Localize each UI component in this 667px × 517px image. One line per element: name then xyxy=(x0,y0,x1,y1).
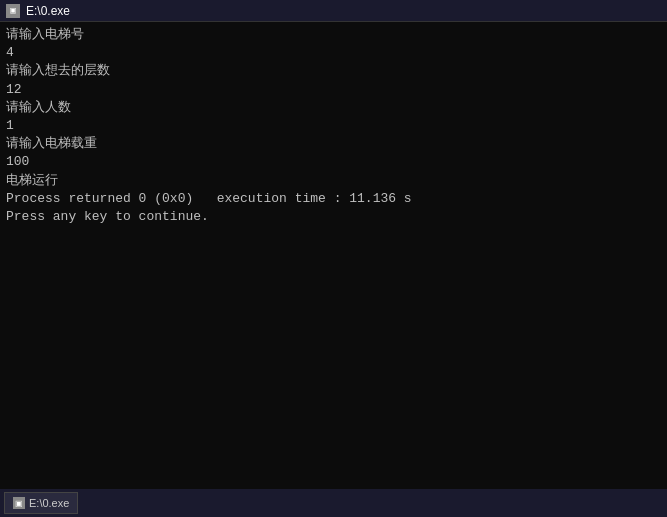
console-line: 电梯运行 xyxy=(6,172,661,190)
title-bar-text: E:\0.exe xyxy=(26,4,70,18)
taskbar-item-label: E:\0.exe xyxy=(29,497,69,509)
title-icon-glyph: ▣ xyxy=(10,5,15,16)
title-bar: ▣ E:\0.exe xyxy=(0,0,667,22)
taskbar: ▣ E:\0.exe xyxy=(0,489,667,517)
taskbar-item-icon: ▣ xyxy=(13,497,25,509)
console-line: Press any key to continue. xyxy=(6,208,661,226)
console-line: 请输入电梯号 xyxy=(6,26,661,44)
console-line: 请输入电梯载重 xyxy=(6,135,661,153)
console-line: 1 xyxy=(6,117,661,135)
console-line: 4 xyxy=(6,44,661,62)
console-line: 12 xyxy=(6,81,661,99)
console-output: 请输入电梯号4请输入想去的层数12请输入人数1请输入电梯载重100电梯运行Pro… xyxy=(0,22,667,517)
title-bar-icon: ▣ xyxy=(6,4,20,18)
console-line: 请输入人数 xyxy=(6,99,661,117)
console-line: 请输入想去的层数 xyxy=(6,62,661,80)
console-line: Process returned 0 (0x0) execution time … xyxy=(6,190,661,208)
taskbar-item[interactable]: ▣ E:\0.exe xyxy=(4,492,78,514)
console-line: 100 xyxy=(6,153,661,171)
